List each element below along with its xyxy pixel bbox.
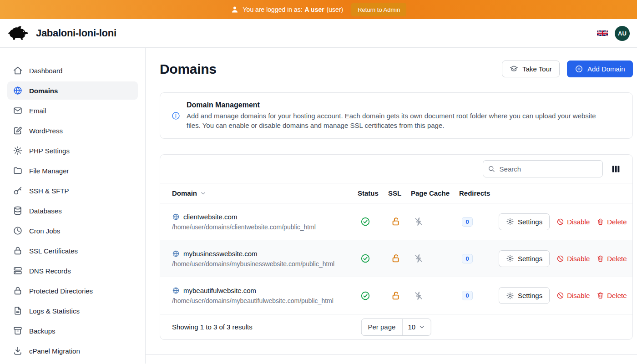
table-row: mybeautifulwebsite.com /home/user/domain… [160,277,632,314]
info-body: Add and manage domains for your hosting … [187,111,598,130]
ssl-unlocked-icon[interactable] [391,217,401,227]
domain-name[interactable]: mybusinesswebsite.com [183,250,258,258]
trash-icon [597,255,604,263]
add-domain-button[interactable]: Add Domain [567,61,633,77]
footer-divider [146,354,637,355]
trash-icon [597,292,604,299]
banner-prefix: You are logged in as: [243,6,303,13]
redirects-count-badge[interactable]: 0 [462,254,473,263]
delete-button[interactable]: Delete [597,255,627,263]
language-flag-button[interactable] [596,29,609,37]
uk-flag-icon [597,30,608,36]
gear-icon [506,292,514,300]
sidebar-item-label: Protected Directories [29,287,93,295]
redirects-count-badge[interactable]: 0 [462,291,473,300]
lock-icon [13,286,23,296]
column-header-page-cache: Page Cache [411,189,459,197]
ban-icon [556,255,564,263]
table-row: mybusinesswebsite.com /home/user/domains… [160,240,632,277]
table-toolbar [160,155,632,183]
ssl-unlocked-icon[interactable] [391,253,401,263]
table-header-row: Domain Status SSL Page Cache Redirects [160,183,632,203]
archive-icon [13,326,23,336]
user-avatar[interactable]: AU [615,26,630,41]
table-row: clientwebsite.com /home/user/domains/cli… [160,203,632,240]
redirects-count-badge[interactable]: 0 [462,217,473,227]
home-icon [13,66,23,76]
sidebar-item-ssl-certificates[interactable]: SSL Certificates [7,242,138,260]
banner-user-name: A user [305,6,324,13]
boar-logo-icon [7,25,30,41]
ssl-unlocked-icon[interactable] [391,291,401,301]
sidebar-item-label: PHP Settings [29,147,70,155]
columns-toggle-button[interactable] [610,163,622,175]
sidebar-item-label: cPanel Migration [29,347,80,355]
info-title: Domain Management [187,101,598,109]
settings-button[interactable]: Settings [499,213,550,230]
column-header-ssl: SSL [388,189,411,197]
sidebar-item-protected-directories[interactable]: Protected Directories [7,282,138,300]
lock-icon [13,246,23,256]
page-cache-off-icon[interactable] [414,217,424,227]
per-page-select[interactable]: 10 [402,319,431,335]
domain-path: /home/user/domains/clientwebsite.com/pub… [172,223,358,231]
sidebar-item-cron-jobs[interactable]: Cron Jobs [7,222,138,240]
domain-name[interactable]: mybeautifulwebsite.com [183,287,256,294]
column-header-status: Status [358,189,388,197]
sidebar-item-dns-records[interactable]: DNS Records [7,262,138,280]
plus-circle-icon [575,65,583,73]
clock-icon [13,226,23,236]
column-header-domain[interactable]: Domain [160,189,358,197]
disable-button[interactable]: Disable [556,292,590,299]
per-page-control: Per page 10 [361,318,432,336]
sidebar-item-php-settings[interactable]: PHP Settings [7,142,138,160]
status-active-icon [360,253,370,263]
sidebar-item-backups[interactable]: Backups [7,322,138,340]
sidebar-item-wordpress[interactable]: WordPress [7,121,138,140]
domains-table-card: Domain Status SSL Page Cache Redirects c… [160,154,633,340]
sidebar-item-label: Logs & Statistics [29,307,80,315]
globe-icon [172,213,180,221]
sidebar-item-ssh-sftp[interactable]: SSH & SFTP [7,182,138,200]
user-icon [231,5,239,14]
page-cache-off-icon[interactable] [414,253,424,263]
sidebar-item-email[interactable]: Email [7,101,138,120]
page-cache-off-icon[interactable] [414,291,424,301]
sidebar-item-label: SSL Certificates [29,247,78,255]
sidebar-item-domains[interactable]: Domains [7,81,138,100]
tour-cap-icon [510,65,518,73]
sidebar-item-databases[interactable]: Databases [7,202,138,220]
delete-button[interactable]: Delete [597,292,627,299]
page-title: Domains [160,61,217,77]
sidebar-item-logs-statistics[interactable]: Logs & Statistics [7,302,138,320]
banner-user-role: (user) [327,6,344,13]
disable-button[interactable]: Disable [556,255,590,263]
chevron-down-icon [419,324,425,330]
edit-icon [13,126,23,136]
info-callout: Domain Management Add and manage domains… [160,92,633,139]
key-icon [13,186,23,196]
server-icon [13,266,23,276]
sidebar-item-label: Backups [29,327,56,335]
disable-button[interactable]: Disable [556,218,590,226]
status-active-icon [360,217,370,227]
gear-icon [506,217,514,226]
ban-icon [556,292,564,299]
search-input[interactable] [483,160,603,177]
sidebar-item-dashboard[interactable]: Dashboard [7,61,138,80]
take-tour-button[interactable]: Take Tour [502,61,560,77]
settings-button[interactable]: Settings [499,287,550,304]
sidebar-item-cpanel-migration[interactable]: cPanel Migration [7,342,138,360]
banner-message: You are logged in as: A user (user) [243,6,344,13]
sidebar-item-file-manager[interactable]: File Manager [7,162,138,180]
sidebar-item-label: SSH & SFTP [29,187,69,195]
database-icon [13,206,23,216]
delete-button[interactable]: Delete [597,218,627,226]
settings-button[interactable]: Settings [499,250,550,267]
domain-path: /home/user/domains/mybeautifulwebsite.co… [172,297,358,304]
sidebar-item-label: Domains [29,87,58,95]
domain-name[interactable]: clientwebsite.com [183,213,237,221]
globe-icon [172,250,180,258]
return-to-admin-button[interactable]: Return to Admin [351,3,406,16]
sidebar-item-label: File Manager [29,167,69,175]
